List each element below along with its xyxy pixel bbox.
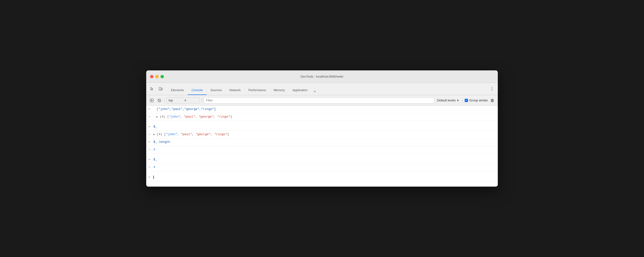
console-settings-button[interactable] (489, 97, 495, 104)
console-row: ▸ $_ (146, 156, 498, 164)
run-icon (150, 99, 154, 102)
console-row: ▸ ["john","paul","george","ringo"] (146, 106, 498, 113)
console-spacer (146, 121, 498, 123)
ban-icon (158, 99, 161, 102)
console-input-text: ["john","paul","george","ringo"] (156, 107, 495, 112)
prompt-lt-icon: ◂ (149, 133, 152, 136)
tab-console[interactable]: Console (188, 85, 207, 95)
console-row: ▸ $_.length (146, 138, 498, 146)
minimize-button[interactable] (155, 75, 158, 78)
no-entry-button[interactable] (156, 97, 162, 104)
context-select[interactable]: top ▼ (166, 97, 200, 104)
toolbar-divider-3 (462, 98, 463, 103)
console-output-text: ► (4) ["john", "paul", "george", "ringo"… (154, 132, 495, 137)
console-output-text: 4 (154, 147, 495, 152)
close-button[interactable] (150, 75, 154, 78)
svg-rect-1 (161, 88, 162, 90)
default-levels-dropdown[interactable]: Default levels ▼ (436, 99, 461, 102)
tab-sources[interactable]: Sources (207, 85, 226, 95)
group-similar-label: Group similar (470, 99, 488, 102)
tab-application[interactable]: Application (289, 85, 312, 95)
toolbar-divider (164, 98, 164, 103)
console-output: ▸ ["john","paul","george","ringo"] ◂ ► (… (146, 106, 498, 187)
prompt-gt-icon: ▸ (149, 125, 152, 128)
tab-performance[interactable]: Performance (244, 85, 270, 95)
prompt-gt-icon: ▸ (149, 175, 152, 178)
tab-elements[interactable]: Elements (167, 85, 188, 95)
console-input-text: $_ (154, 124, 495, 129)
filter-input[interactable] (204, 97, 434, 104)
prompt-gt-icon: ▸ (149, 107, 152, 110)
console-input-row[interactable]: ▸ (146, 174, 498, 181)
console-spacer (146, 171, 498, 174)
group-similar-checkbox[interactable] (465, 99, 468, 102)
group-similar-area: Group similar (465, 99, 488, 102)
devtools-window: DevTools - localhost:8080/web/ Elements … (146, 70, 498, 187)
toolbar-divider-2 (202, 98, 202, 103)
device-toggle-button[interactable] (157, 85, 164, 93)
tab-memory[interactable]: Memory (270, 85, 289, 95)
svg-marker-4 (151, 99, 153, 101)
gear-icon (490, 99, 494, 102)
console-active-input[interactable] (154, 175, 495, 180)
console-row: ◂ 4 (146, 164, 498, 171)
prompt-symbol (154, 107, 155, 110)
tab-overflow-button[interactable]: » (311, 87, 318, 95)
prompt-gt-icon: ▸ (149, 158, 152, 161)
expand-arrow-icon[interactable]: ► (154, 133, 155, 136)
console-input-text: $_.length (154, 139, 495, 145)
prompt-gt-icon: ▸ (149, 140, 152, 143)
tab-nav: Elements Console Sources Network Perform… (167, 83, 318, 95)
svg-point-7 (492, 100, 493, 101)
title-bar: DevTools - localhost:8080/web/ (146, 70, 498, 83)
context-value: top (168, 99, 182, 102)
prompt-lt-icon: ◂ (149, 165, 152, 168)
maximize-button[interactable] (160, 75, 164, 78)
console-toolbar: top ▼ Default levels ▼ Group similar (146, 95, 498, 106)
window-title: DevTools - localhost:8080/web/ (300, 75, 344, 78)
inspect-element-button[interactable] (148, 85, 156, 93)
console-output-text: 4 (154, 165, 495, 170)
main-toolbar: Elements Console Sources Network Perform… (146, 83, 498, 95)
console-row: ◂ 4 (146, 146, 498, 154)
device-icon (158, 87, 163, 91)
toolbar-right: ⋮ (488, 85, 496, 93)
console-row: ▸ $_ (146, 123, 498, 131)
default-levels-label: Default levels (437, 99, 456, 102)
more-options-button[interactable]: ⋮ (488, 85, 496, 93)
tab-network[interactable]: Network (226, 85, 245, 95)
prompt-lt-icon: ◂ (149, 115, 152, 118)
cursor-icon (150, 87, 154, 91)
console-spacer (146, 154, 498, 156)
console-input-text: $_ (154, 157, 495, 162)
svg-line-6 (158, 99, 160, 101)
chevron-down-icon: ▼ (184, 99, 198, 102)
console-row: ◂ ► (4) ["john", "paul", "george", "ring… (146, 131, 498, 138)
traffic-lights (150, 75, 164, 78)
console-output-text: ► (4) ["john", "paul", "george", "ringo"… (156, 114, 495, 120)
prompt-lt-icon: ◂ (149, 148, 152, 151)
levels-chevron-icon: ▼ (456, 99, 459, 102)
cursor (154, 176, 154, 179)
clear-console-button[interactable] (149, 97, 155, 104)
console-row: ◂ ► (4) ["john", "paul", "george", "ring… (146, 113, 498, 121)
expand-arrow-icon[interactable]: ► (156, 116, 158, 118)
